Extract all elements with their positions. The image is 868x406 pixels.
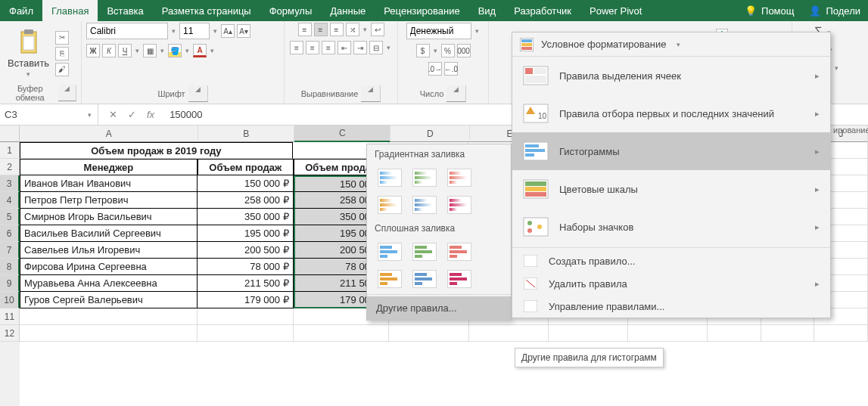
cell-name[interactable]: Фирсова Ирина Сергеевна — [20, 259, 198, 275]
cell[interactable] — [761, 325, 815, 342]
cell-value[interactable]: 200 500 ₽ — [198, 242, 294, 259]
paste-button[interactable]: Вставить▾ — [5, 26, 52, 81]
row-header-11[interactable]: 11 — [0, 308, 20, 325]
cell[interactable] — [294, 325, 390, 342]
cf-data-bars[interactable]: Гистограммы▸ — [512, 132, 830, 170]
borders-button[interactable]: ▦ — [143, 44, 157, 57]
column-header-C[interactable]: C — [294, 126, 390, 142]
databar-solid-orange[interactable] — [378, 270, 402, 288]
databar-more-rules[interactable]: Другие правила... — [367, 296, 511, 320]
tab-file[interactable]: Файл — [0, 0, 42, 21]
tab-page-layout[interactable]: Разметка страницы — [153, 0, 260, 21]
dialog-launcher-icon[interactable]: ◢ — [58, 85, 76, 101]
format-painter-button[interactable]: 🖌 — [55, 63, 69, 76]
row-header-1[interactable]: 1 — [0, 142, 20, 159]
orientation-button[interactable]: ⤮ — [346, 23, 359, 36]
select-all-corner[interactable] — [0, 126, 20, 142]
cf-clear-rules[interactable]: Удалить правила▸ — [512, 272, 830, 295]
cell-value[interactable]: 211 500 ₽ — [198, 275, 294, 292]
merge-button[interactable]: ⊟ — [369, 41, 383, 54]
row-header-6[interactable]: 6 — [0, 225, 20, 242]
tab-developer[interactable]: Разработчик — [505, 0, 580, 21]
cf-icon-sets[interactable]: Наборы значков▸ — [512, 208, 830, 246]
databar-gradient-blue[interactable] — [378, 169, 402, 187]
tab-insert[interactable]: Вставка — [98, 0, 152, 21]
cell-value[interactable]: 350 000 ₽ — [198, 209, 294, 225]
help-button[interactable]: 💡Помощ — [737, 0, 801, 21]
cell[interactable] — [469, 325, 549, 342]
row-header-8[interactable]: 8 — [0, 259, 20, 275]
dialog-launcher-icon[interactable]: ◢ — [188, 85, 208, 102]
align-middle-button[interactable]: ≡ — [314, 23, 328, 36]
align-right-button[interactable]: ≡ — [322, 41, 335, 54]
accounting-button[interactable]: $ — [416, 44, 430, 57]
chevron-down-icon[interactable]: ▾ — [212, 27, 219, 35]
cf-highlight-rules[interactable]: Правила выделения ячеек▸ — [512, 57, 830, 95]
conditional-formatting-button[interactable]: Условное форматирование▾ — [512, 33, 830, 57]
cancel-formula-button[interactable]: ✕ — [109, 109, 117, 120]
increase-decimal-button[interactable]: .0→ — [428, 62, 442, 76]
cell-name[interactable]: Савельев Илья Игоревич — [20, 242, 198, 259]
cf-new-rule[interactable]: Создать правило... — [512, 249, 830, 272]
name-box[interactable]: C3▾ — [0, 104, 98, 125]
chevron-down-icon[interactable]: ▾ — [86, 111, 93, 119]
tab-review[interactable]: Рецензирование — [375, 0, 468, 21]
cell-name[interactable]: Иванов Иван Иванович — [20, 175, 198, 192]
align-center-button[interactable]: ≡ — [306, 41, 319, 54]
chevron-down-icon[interactable]: ▾ — [170, 27, 177, 35]
increase-font-button[interactable]: A▴ — [221, 24, 235, 38]
cut-button[interactable]: ✂ — [55, 31, 69, 45]
font-size-select[interactable] — [179, 23, 210, 39]
share-button[interactable]: 👤Подели — [801, 0, 868, 21]
cell-name[interactable]: Смирнов Игорь Васильевич — [20, 209, 198, 225]
tab-data[interactable]: Данные — [321, 0, 375, 21]
cf-manage-rules[interactable]: Управление правилами... — [512, 295, 830, 318]
cell-name[interactable]: Васильев Василий Сергеевич — [20, 225, 198, 242]
column-header-D[interactable]: D — [390, 126, 470, 142]
cell[interactable] — [814, 325, 868, 342]
cell-name[interactable]: Муравьева Анна Алексеевна — [20, 275, 198, 292]
dialog-launcher-icon[interactable]: ◢ — [361, 85, 381, 102]
databar-gradient-red[interactable] — [447, 169, 471, 187]
row-header-7[interactable]: 7 — [0, 242, 20, 259]
header-sales[interactable]: Объем продаж — [198, 159, 294, 175]
decrease-decimal-button[interactable]: ←.0 — [444, 62, 458, 76]
cell-value[interactable]: 258 000 ₽ — [198, 192, 294, 209]
cell-value[interactable]: 78 000 ₽ — [198, 259, 294, 275]
databar-gradient-orange[interactable] — [378, 196, 402, 214]
header-manager[interactable]: Менеджер — [20, 159, 198, 175]
cell[interactable] — [708, 325, 761, 342]
fill-color-button[interactable]: 🪣 — [168, 44, 182, 57]
wrap-text-button[interactable]: ↩ — [371, 23, 384, 36]
chevron-down-icon[interactable]: ▾ — [474, 27, 481, 35]
cell[interactable] — [20, 325, 198, 342]
cell-value[interactable]: 179 000 ₽ — [198, 292, 294, 308]
row-header-4[interactable]: 4 — [0, 192, 20, 209]
row-header-10[interactable]: 10 — [0, 292, 20, 308]
cell-value[interactable]: 150 000 ₽ — [198, 175, 294, 192]
row-header-3[interactable]: 3 — [0, 175, 20, 192]
row-header-5[interactable]: 5 — [0, 209, 20, 225]
tab-home[interactable]: Главная — [42, 0, 98, 21]
dialog-launcher-icon[interactable]: ◢ — [446, 85, 466, 102]
cell-value[interactable]: 195 000 ₽ — [198, 225, 294, 242]
underline-button[interactable]: Ч — [118, 44, 132, 57]
cell[interactable] — [198, 325, 294, 342]
databar-gradient-purple[interactable] — [447, 196, 471, 214]
cell[interactable] — [628, 325, 708, 342]
align-left-button[interactable]: ≡ — [290, 41, 303, 54]
column-header-B[interactable]: B — [198, 126, 294, 142]
align-bottom-button[interactable]: ≡ — [330, 23, 344, 36]
databar-solid-lightblue[interactable] — [412, 270, 437, 288]
align-top-button[interactable]: ≡ — [298, 23, 312, 36]
enter-formula-button[interactable]: ✓ — [128, 109, 136, 120]
cell[interactable] — [549, 325, 628, 342]
cell-name[interactable]: Гуров Сергей Валерьевич — [20, 292, 198, 308]
fx-button[interactable]: fx — [147, 109, 154, 120]
font-color-button[interactable]: A — [193, 44, 207, 57]
databar-solid-blue[interactable] — [378, 243, 402, 261]
databar-solid-green[interactable] — [412, 243, 437, 261]
bold-button[interactable]: Ж — [86, 44, 100, 57]
cell[interactable] — [389, 325, 468, 342]
row-header-12[interactable]: 12 — [0, 325, 20, 342]
